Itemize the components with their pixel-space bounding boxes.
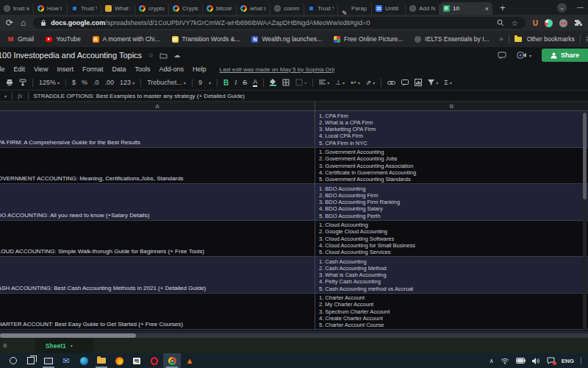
- filter-icon[interactable]: ▾: [428, 79, 438, 85]
- taskbar-edge-icon[interactable]: [75, 353, 93, 368]
- browser-tab[interactable]: Parap: [338, 2, 372, 15]
- language-indicator[interactable]: ENG: [562, 358, 574, 364]
- browser-tab[interactable]: How t: [34, 2, 68, 15]
- decrease-decimal-button[interactable]: .0: [93, 79, 99, 86]
- wifi-icon[interactable]: [501, 358, 509, 364]
- cell-b[interactable]: 1. CPA Firm2. What is a CPA Firm3. Marke…: [315, 111, 588, 147]
- move-folder-icon[interactable]: [159, 52, 168, 59]
- italic-button[interactable]: I: [234, 79, 237, 86]
- vertical-scrollbar[interactable]: [583, 111, 587, 330]
- ublock-extension-icon[interactable]: U: [533, 19, 538, 27]
- magnifier-icon[interactable]: [497, 19, 504, 26]
- cell-b[interactable]: 1. Cash Accounting2. Cash Accounting Met…: [315, 257, 588, 293]
- hidden-icons-chevron-icon[interactable]: ∧: [490, 358, 494, 364]
- browser-tab[interactable]: what is: [237, 2, 270, 15]
- browser-tab[interactable]: Trust V: [304, 2, 338, 15]
- menu-file[interactable]: File: [0, 66, 5, 73]
- increase-decimal-button[interactable]: .00: [105, 79, 115, 86]
- name-box-caret-icon[interactable]: ▾: [4, 93, 7, 99]
- taskbar-desktop-icon[interactable]: [40, 353, 57, 368]
- bookmark-star-icon[interactable]: ☆: [512, 19, 518, 27]
- new-tab-button[interactable]: +: [500, 2, 506, 13]
- tab-search-icon[interactable]: ⌄: [557, 3, 567, 13]
- strikethrough-button[interactable]: S: [243, 79, 247, 86]
- text-wrap-button[interactable]: ↩▾: [351, 79, 360, 86]
- menu-insert[interactable]: Insert: [57, 66, 74, 73]
- browser-tab-active[interactable]: 10×: [440, 2, 492, 15]
- bookmark-item[interactable]: MGmail: [7, 35, 34, 43]
- print-icon[interactable]: [6, 79, 13, 86]
- taskbar-vlc-icon[interactable]: ▲: [181, 353, 198, 368]
- browser-tab[interactable]: Trust V: [68, 2, 101, 15]
- font-size-select[interactable]: 9 ▾: [198, 79, 211, 86]
- cell-b[interactable]: 1. BDO Accounting2. BDO Accounting Firm3…: [315, 184, 588, 220]
- extension-icon[interactable]: [559, 19, 567, 27]
- borders-button[interactable]: [282, 79, 290, 86]
- cell-a[interactable]: CHARTER ACCOUNT: Best Easy Guide to Get …: [0, 294, 315, 330]
- minimize-icon[interactable]: —: [577, 4, 584, 11]
- taskbar-opera-icon[interactable]: [146, 353, 163, 368]
- font-family-select[interactable]: Trebuchet...▾: [147, 79, 186, 86]
- share-button[interactable]: Share: [542, 49, 588, 62]
- merge-cells-button[interactable]: ▾: [295, 79, 306, 86]
- omnibox[interactable]: docs.google.com/spreadsheets/d/1CoUPbIVY…: [33, 17, 525, 29]
- cell-a[interactable]: BDO ACCOUNTING: All you need to know (+S…: [0, 184, 315, 220]
- close-icon[interactable]: ×: [485, 5, 489, 13]
- other-bookmarks-button[interactable]: Other bookmarks: [527, 35, 575, 43]
- cell-b[interactable]: 1. Charter Account2. My Charter Account3…: [315, 294, 588, 330]
- cell-a[interactable]: CPA FIRM: A Comprehensive Guide for the …: [0, 111, 315, 147]
- browser-tab[interactable]: trust w: [0, 2, 34, 15]
- star-document-icon[interactable]: ☆: [148, 52, 154, 59]
- browser-tab[interactable]: bitcoin: [203, 2, 237, 15]
- format-percent-button[interactable]: %: [82, 79, 87, 86]
- browser-tab[interactable]: What I: [101, 2, 135, 15]
- meet-button[interactable]: ▾: [517, 52, 531, 59]
- battery-icon[interactable]: [516, 358, 526, 364]
- more-formats-button[interactable]: 123▾: [120, 79, 135, 86]
- taskbar-file-explorer-icon[interactable]: [93, 353, 110, 368]
- horizontal-align-button[interactable]: ▾: [319, 79, 329, 85]
- sheet-tab-active[interactable]: Sheet1 ▾: [35, 338, 93, 353]
- bookmark-item[interactable]: WTransition Words &...: [172, 35, 240, 43]
- browser-tab[interactable]: crypto: [135, 2, 169, 15]
- taskbar-task-view-icon[interactable]: [22, 353, 40, 368]
- taskbar-microsoft-store-icon[interactable]: [128, 353, 146, 368]
- browser-tab[interactable]: Untitl: [372, 2, 406, 15]
- text-rotation-button[interactable]: ⇗▾: [366, 79, 376, 86]
- insert-comment-icon[interactable]: [401, 79, 409, 86]
- menu-data[interactable]: Data: [112, 66, 126, 73]
- taskbar-chrome-icon[interactable]: [163, 353, 181, 368]
- paint-format-icon[interactable]: [19, 79, 26, 86]
- cell-a[interactable]: CASH ACCOUNTING: Best Cash Accounting Me…: [0, 257, 315, 293]
- vertical-align-button[interactable]: ⊥▾: [335, 79, 345, 86]
- chevron-down-icon[interactable]: ▾: [71, 343, 73, 348]
- vertical-scrollbar-thumb[interactable]: [583, 113, 587, 199]
- bookmark-item[interactable]: BA moment with Chi...: [93, 35, 160, 43]
- cell-a[interactable]: GOVERNMENT ACCOUNTING: Meaning, Certific…: [0, 148, 315, 184]
- speaker-icon[interactable]: [532, 358, 540, 364]
- extension-icon[interactable]: [545, 19, 553, 27]
- cell-b[interactable]: 1. Cloud Accounting2. Google Cloud Accou…: [315, 221, 588, 257]
- insert-link-icon[interactable]: [387, 80, 395, 85]
- taskbar-firefox-icon[interactable]: [110, 353, 128, 368]
- home-icon[interactable]: ⌂: [21, 18, 26, 28]
- cell-a[interactable]: CLOUD ACCOUNTING: Simple Walk-thorugh Gu…: [0, 221, 315, 257]
- action-center-icon[interactable]: [547, 357, 555, 364]
- column-header-b[interactable]: B: [315, 102, 588, 111]
- puzzle-extensions-icon[interactable]: [574, 19, 582, 27]
- menu-view[interactable]: View: [34, 66, 48, 73]
- bold-button[interactable]: B: [223, 79, 229, 87]
- taskbar-mail-icon[interactable]: ✉: [57, 353, 75, 368]
- menu-format[interactable]: Format: [82, 66, 104, 73]
- fill-color-button[interactable]: [270, 79, 276, 86]
- bookmark-item[interactable]: YouTube: [46, 35, 80, 43]
- bookmark-item[interactable]: IELTS Essentials by I...: [415, 35, 489, 43]
- insert-chart-icon[interactable]: [415, 79, 422, 86]
- zoom-select[interactable]: 125%▾: [39, 79, 60, 86]
- document-title[interactable]: 100 Investopedia and Accounting Topics: [0, 51, 142, 60]
- taskbar-cortana-search-icon[interactable]: [4, 353, 22, 368]
- functions-button[interactable]: Σ▾: [444, 79, 452, 86]
- formula-input[interactable]: STRADDLE OPTIONS: Best Examples to maste…: [34, 93, 245, 99]
- format-currency-button[interactable]: $: [72, 79, 76, 86]
- browser-tab[interactable]: coinm: [270, 2, 304, 15]
